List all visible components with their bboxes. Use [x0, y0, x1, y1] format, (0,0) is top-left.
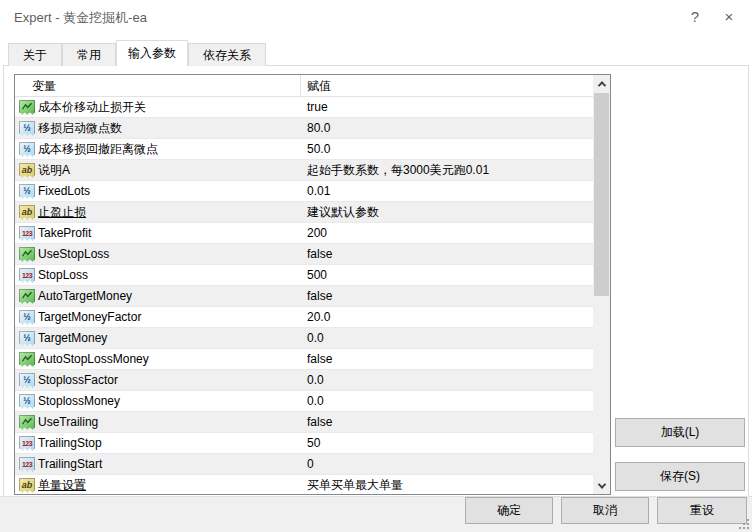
- table-row[interactable]: ½ FixedLots 0.01: [15, 181, 593, 202]
- cancel-button[interactable]: 取消: [561, 497, 649, 524]
- param-name-cell: ½ StoplossFactor: [15, 373, 300, 388]
- close-icon[interactable]: ×: [714, 4, 744, 30]
- table-row[interactable]: ab 说明A 起始手数系数，每3000美元跑0.01: [15, 160, 593, 181]
- param-name: 成本移损回撤距离微点: [38, 141, 158, 158]
- param-value[interactable]: 0: [300, 457, 593, 471]
- param-value[interactable]: 20.0: [300, 310, 593, 324]
- column-header-value: 赋值: [307, 78, 331, 95]
- table-row[interactable]: ½ 成本移损回撤距离微点 50.0: [15, 139, 593, 160]
- title-bar: Expert - 黄金挖掘机-ea ? ×: [0, 0, 752, 36]
- double-type-icon: ½: [19, 121, 35, 136]
- ok-button[interactable]: 确定: [465, 497, 553, 524]
- int-type-icon: 123: [19, 436, 35, 451]
- param-value[interactable]: false: [300, 247, 593, 261]
- tab-common[interactable]: 常用: [62, 43, 116, 66]
- param-name-cell: 123 TrailingStart: [15, 457, 300, 472]
- scroll-down-button[interactable]: [593, 477, 610, 494]
- table-row[interactable]: ab 止盈止损 建议默认参数: [15, 202, 593, 223]
- load-button[interactable]: 加载(L): [615, 418, 745, 447]
- table-row[interactable]: 123 TrailingStop 50: [15, 433, 593, 454]
- scroll-up-button[interactable]: [593, 75, 610, 92]
- param-value[interactable]: true: [300, 100, 593, 114]
- bool-type-icon: [19, 247, 35, 262]
- save-button[interactable]: 保存(S): [615, 462, 745, 491]
- bool-type-icon: [19, 352, 35, 367]
- param-name-cell: ab 单量设置: [15, 477, 300, 494]
- param-name-cell: ½ FixedLots: [15, 184, 300, 199]
- param-value[interactable]: 买单买单最大单量: [300, 477, 593, 494]
- param-name: TargetMoney: [38, 331, 107, 345]
- param-name-cell: ab 说明A: [15, 162, 300, 179]
- table-row[interactable]: ab 单量设置 买单买单最大单量: [15, 475, 593, 495]
- table-row[interactable]: ½ TargetMoney 0.0: [15, 328, 593, 349]
- param-value[interactable]: 0.0: [300, 331, 593, 345]
- table-row[interactable]: AutoTargetMoney false: [15, 286, 593, 307]
- param-name: AutoStopLossMoney: [38, 352, 149, 366]
- param-value[interactable]: false: [300, 352, 593, 366]
- int-type-icon: 123: [19, 268, 35, 283]
- table-row[interactable]: UseStopLoss false: [15, 244, 593, 265]
- tab-inputs[interactable]: 输入参数: [116, 40, 188, 66]
- bool-type-icon: [19, 415, 35, 430]
- param-value[interactable]: 50: [300, 436, 593, 450]
- param-rows: 成本价移动止损开关 true ½ 移损启动微点数 80.0 ½ 成本移损回撤距离…: [15, 97, 593, 494]
- param-name: TrailingStart: [38, 457, 102, 471]
- param-name-cell: ½ 移损启动微点数: [15, 120, 300, 137]
- param-value[interactable]: 0.0: [300, 394, 593, 408]
- bool-type-icon: [19, 289, 35, 304]
- param-name: UseTrailing: [38, 415, 98, 429]
- vertical-scrollbar[interactable]: [593, 75, 610, 494]
- table-row[interactable]: AutoStopLossMoney false: [15, 349, 593, 370]
- resize-grip-icon[interactable]: [739, 519, 749, 529]
- chevron-up-icon: [597, 81, 605, 89]
- param-name: UseStopLoss: [38, 247, 109, 261]
- param-name: TargetMoneyFactor: [38, 310, 141, 324]
- table-row[interactable]: 成本价移动止损开关 true: [15, 97, 593, 118]
- param-value[interactable]: 80.0: [300, 121, 593, 135]
- parameters-table: 变量 赋值 成本价移动止损开关 true ½ 移损启动微点数 80.0 ½ 成本…: [14, 74, 611, 495]
- tab-about[interactable]: 关于: [8, 43, 62, 66]
- table-row[interactable]: UseTrailing false: [15, 412, 593, 433]
- bool-type-icon: [19, 100, 35, 115]
- param-value[interactable]: 建议默认参数: [300, 204, 593, 221]
- param-name: TrailingStop: [38, 436, 102, 450]
- double-type-icon: ½: [19, 331, 35, 346]
- param-name-cell: 123 StopLoss: [15, 268, 300, 283]
- table-row[interactable]: ½ 移损启动微点数 80.0: [15, 118, 593, 139]
- double-type-icon: ½: [19, 184, 35, 199]
- table-row[interactable]: ½ StoplossMoney 0.0: [15, 391, 593, 412]
- param-name-cell: 123 TrailingStop: [15, 436, 300, 451]
- table-row[interactable]: 123 TakeProfit 200: [15, 223, 593, 244]
- param-value[interactable]: 起始手数系数，每3000美元跑0.01: [300, 162, 593, 179]
- param-value[interactable]: 500: [300, 268, 593, 282]
- scrollbar-thumb[interactable]: [594, 93, 609, 296]
- table-row[interactable]: 123 StopLoss 500: [15, 265, 593, 286]
- string-type-icon: ab: [19, 163, 35, 178]
- help-icon[interactable]: ?: [680, 4, 710, 30]
- reset-button[interactable]: 重设: [657, 497, 747, 524]
- string-type-icon: ab: [19, 478, 35, 493]
- table-row[interactable]: ½ TargetMoneyFactor 20.0: [15, 307, 593, 328]
- param-name: StopLoss: [38, 268, 88, 282]
- param-value[interactable]: false: [300, 289, 593, 303]
- param-name-cell: ½ TargetMoney: [15, 331, 300, 346]
- param-name: 单量设置: [38, 477, 86, 494]
- param-name-cell: AutoStopLossMoney: [15, 352, 300, 367]
- param-value[interactable]: false: [300, 415, 593, 429]
- param-value[interactable]: 200: [300, 226, 593, 240]
- param-value[interactable]: 50.0: [300, 142, 593, 156]
- param-name: 止盈止损: [38, 204, 86, 221]
- param-name: TakeProfit: [38, 226, 91, 240]
- param-name: 成本价移动止损开关: [38, 99, 146, 116]
- table-row[interactable]: ½ StoplossFactor 0.0: [15, 370, 593, 391]
- expert-settings-dialog: Expert - 黄金挖掘机-ea ? × 关于常用输入参数依存关系 变量 赋值…: [0, 0, 752, 532]
- tab-dependencies[interactable]: 依存关系: [188, 43, 266, 66]
- param-value[interactable]: 0.0: [300, 373, 593, 387]
- param-name: StoplossFactor: [38, 373, 118, 387]
- table-row[interactable]: 123 TrailingStart 0: [15, 454, 593, 475]
- param-value[interactable]: 0.01: [300, 184, 593, 198]
- param-name-cell: ½ TargetMoneyFactor: [15, 310, 300, 325]
- string-type-icon: ab: [19, 205, 35, 220]
- param-name: AutoTargetMoney: [38, 289, 132, 303]
- chevron-down-icon: [597, 480, 605, 488]
